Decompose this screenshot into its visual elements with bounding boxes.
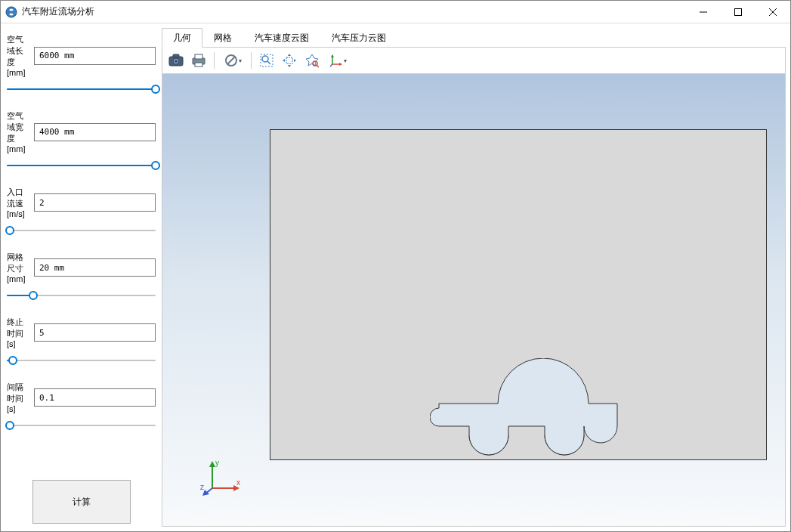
param-row-interval-time: 间隔时间[s] [7, 382, 156, 413]
param-row-air-length: 空气域长度[mm] [7, 34, 156, 77]
zoom-box-icon[interactable] [256, 50, 277, 71]
interval-time-input[interactable] [34, 388, 156, 407]
axis-gizmo: y x z [199, 458, 244, 496]
svg-point-12 [202, 60, 203, 61]
param-label: 空气域长度[mm] [7, 34, 31, 77]
param-row-end-time: 终止时间[s] [7, 317, 156, 348]
tab-velocity-contour[interactable]: 汽车速度云图 [243, 28, 320, 48]
geometry-viewport[interactable]: y x z [162, 74, 786, 527]
parameter-sidebar: 空气域长度[mm] 空气域宽度[mm] 入口流速[m/s] 网格尺寸[ [1, 23, 162, 531]
svg-point-0 [6, 7, 17, 17]
svg-line-23 [330, 64, 332, 66]
svg-rect-10 [195, 54, 202, 59]
tab-pressure-contour[interactable]: 汽车压力云图 [320, 28, 397, 48]
param-label: 网格尺寸[mm] [7, 252, 31, 283]
svg-rect-6 [173, 54, 179, 57]
param-row-inlet-velocity: 入口流速[m/s] [7, 187, 156, 218]
window-controls [686, 1, 790, 23]
interval-time-slider[interactable] [7, 419, 156, 431]
main-panel: 几何 网格 汽车速度云图 汽车压力云图 ▾ [162, 23, 790, 531]
air-length-slider[interactable] [7, 83, 156, 95]
printer-icon[interactable] [188, 50, 209, 71]
svg-line-14 [227, 57, 235, 64]
tab-mesh[interactable]: 网格 [202, 28, 243, 48]
car-geometry [430, 358, 628, 464]
viewport-toolbar: ▾ ▾ [162, 47, 786, 74]
svg-rect-2 [735, 8, 742, 15]
end-time-input[interactable] [34, 323, 156, 342]
svg-point-16 [262, 56, 268, 62]
app-window: 汽车附近流场分析 空气域长度[mm] 空气域宽度[mm] [0, 0, 791, 532]
maximize-button[interactable] [721, 1, 755, 23]
tab-geometry[interactable]: 几何 [162, 28, 202, 48]
svg-rect-18 [286, 57, 292, 63]
svg-line-17 [267, 61, 270, 64]
svg-text:y: y [215, 459, 219, 467]
window-title: 汽车附近流场分析 [22, 5, 686, 18]
zoom-select-icon[interactable] [301, 50, 323, 71]
block-icon[interactable]: ▾ [219, 50, 246, 71]
mesh-size-input[interactable] [34, 258, 156, 277]
param-label: 入口流速[m/s] [7, 187, 31, 218]
inlet-velocity-slider[interactable] [7, 224, 156, 237]
minimize-button[interactable] [686, 1, 721, 23]
axis-icon[interactable]: ▾ [324, 50, 351, 71]
end-time-slider[interactable] [7, 354, 156, 367]
param-label: 终止时间[s] [7, 317, 31, 348]
content-area: 空气域长度[mm] 空气域宽度[mm] 入口流速[m/s] 网格尺寸[ [1, 23, 790, 531]
close-button[interactable] [755, 1, 790, 23]
svg-point-8 [175, 60, 178, 63]
pan-icon[interactable] [279, 50, 300, 71]
svg-line-20 [317, 65, 319, 67]
svg-text:x: x [236, 478, 240, 487]
air-width-input[interactable] [34, 123, 156, 141]
param-row-mesh-size: 网格尺寸[mm] [7, 252, 156, 283]
air-width-slider[interactable] [7, 159, 156, 172]
air-length-input[interactable] [34, 47, 156, 65]
compute-button[interactable]: 计算 [32, 480, 131, 524]
mesh-size-slider[interactable] [7, 289, 156, 302]
app-icon [5, 6, 17, 18]
svg-text:z: z [200, 483, 204, 491]
toolbar-separator [251, 52, 252, 69]
param-label: 间隔时间[s] [7, 382, 31, 413]
toolbar-separator [214, 52, 215, 69]
inlet-velocity-input[interactable] [34, 193, 156, 212]
titlebar: 汽车附近流场分析 [1, 1, 790, 23]
tab-bar: 几何 网格 汽车速度云图 汽车压力云图 [162, 28, 786, 48]
svg-rect-11 [195, 63, 202, 66]
param-row-air-width: 空气域宽度[mm] [7, 110, 156, 153]
param-label: 空气域宽度[mm] [7, 110, 31, 153]
camera-icon[interactable] [165, 50, 187, 71]
